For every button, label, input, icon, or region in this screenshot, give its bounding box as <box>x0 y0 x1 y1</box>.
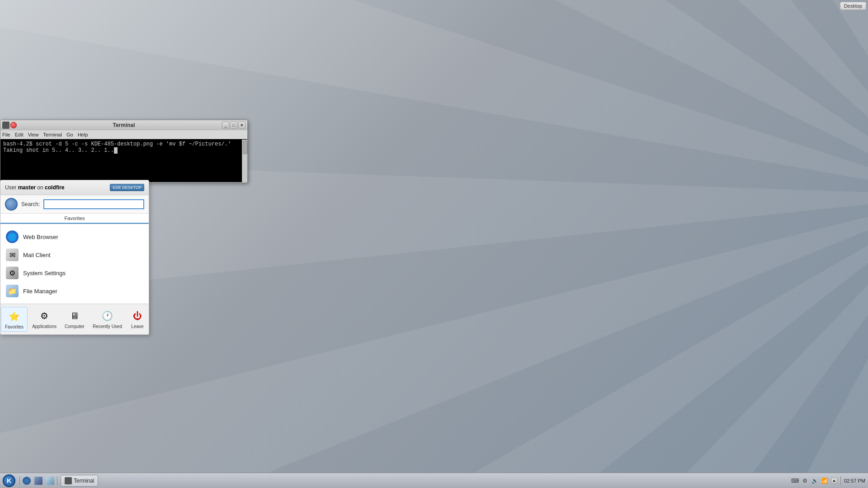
start-menu-search-row: Search: <box>0 195 149 214</box>
terminal-menu-view[interactable]: View <box>28 132 39 137</box>
start-menu-footer: ⭐ Favorites ⚙ Applications 🖥 Computer 🕐 … <box>0 304 149 334</box>
taskbar-windows: Terminal <box>59 475 788 487</box>
kde-logo-icon: K <box>3 474 15 487</box>
system-settings-label: System Settings <box>23 270 66 277</box>
terminal-menu-edit[interactable]: Edit <box>15 132 24 137</box>
recently-used-footer-label: Recently Used <box>93 324 122 329</box>
taskbar-start-button[interactable]: K <box>1 474 17 488</box>
menu-item-system-settings[interactable]: ⚙ System Settings <box>0 264 149 282</box>
search-label: Search: <box>21 201 40 207</box>
taskbar-divider-1 <box>19 476 20 485</box>
systray-settings-icon[interactable]: ⚙ <box>801 477 809 485</box>
menu-item-file-manager[interactable]: 📁 File Manager <box>0 282 149 300</box>
leave-footer-label: Leave <box>131 324 143 329</box>
computer-footer-icon: 🖥 <box>67 309 82 323</box>
web-browser-icon: 🌐 <box>6 230 19 243</box>
footer-btn-computer[interactable]: 🖥 Computer <box>61 307 88 332</box>
start-menu-user-info: User master on coldfire <box>5 184 64 191</box>
footer-btn-leave[interactable]: ⏻ Leave <box>127 307 148 332</box>
recently-used-footer-icon: 🕐 <box>100 309 114 323</box>
terminal-line-2: Taking shot in 5.. 4.. 3.. 2.. 1.. <box>3 147 245 154</box>
taskbar-quick-launch <box>21 475 56 486</box>
terminal-close-button[interactable] <box>10 122 17 128</box>
menu-item-mail-client[interactable]: ✉ Mail Client <box>0 246 149 264</box>
terminal-titlebar: Terminal _ □ ✕ <box>0 120 247 130</box>
footer-btn-favorites[interactable]: ⭐ Favorites <box>1 307 28 332</box>
terminal-menu-help[interactable]: Help <box>78 132 88 137</box>
systray-expand-button[interactable]: ▲ <box>831 478 837 484</box>
terminal-minimize-button[interactable]: _ <box>222 122 229 129</box>
quick-icon-2 <box>34 477 42 485</box>
quick-icon-1 <box>23 477 31 485</box>
start-menu-items: 🌐 Web Browser ✉ Mail Client ⚙ System Set… <box>0 224 149 304</box>
leave-footer-icon: ⏻ <box>130 309 145 323</box>
file-manager-label: File Manager <box>23 288 57 295</box>
terminal-body[interactable]: bash-4.2$ scrot -d 5 -c -s KDE-485-deskt… <box>0 139 247 182</box>
terminal-scrollbar[interactable] <box>242 140 247 183</box>
desktop-button[interactable]: Desktop <box>840 2 866 10</box>
task-terminal-icon <box>65 477 72 484</box>
user-prefix: User <box>5 184 18 191</box>
start-menu-header: User master on coldfire KDE DESKTOP <box>0 180 149 195</box>
tab-favorites[interactable]: Favorites <box>0 214 149 224</box>
taskbar-divider-2 <box>57 476 57 485</box>
file-manager-icon: 📁 <box>6 285 19 297</box>
user-mid: on <box>36 184 45 191</box>
system-settings-icon: ⚙ <box>6 267 19 279</box>
task-window-terminal[interactable]: Terminal <box>61 475 98 487</box>
hostname: coldfire <box>45 184 64 191</box>
terminal-close-wm-button[interactable]: ✕ <box>238 122 245 129</box>
start-menu: User master on coldfire KDE DESKTOP Sear… <box>0 180 149 335</box>
systray-clock: 02:57 PM <box>844 478 865 483</box>
start-menu-tabs: Favorites <box>0 214 149 224</box>
web-browser-label: Web Browser <box>23 234 58 240</box>
terminal-menu-file[interactable]: File <box>2 132 10 137</box>
username: master <box>18 184 36 191</box>
terminal-menubar: File Edit View Terminal Go Help <box>0 130 247 139</box>
search-input[interactable] <box>43 199 144 209</box>
quick-btn-1[interactable] <box>21 475 32 486</box>
taskbar: K Terminal ⌨ ⚙ 🔊 📶 ▲ 02:57 PM <box>0 473 868 488</box>
favorites-footer-label: Favorites <box>5 324 24 329</box>
systray-volume-icon[interactable]: 🔊 <box>811 477 819 485</box>
terminal-menu-terminal[interactable]: Terminal <box>43 132 62 137</box>
terminal-scrollbar-thumb[interactable] <box>243 141 247 154</box>
applications-footer-label: Applications <box>32 324 57 329</box>
footer-btn-applications[interactable]: ⚙ Applications <box>28 307 60 332</box>
terminal-line-1: bash-4.2$ scrot -d 5 -c -s KDE-485-deskt… <box>3 141 245 147</box>
systray-keyboard-icon[interactable]: ⌨ <box>791 477 799 485</box>
quick-icon-3 <box>46 477 54 485</box>
terminal-menu-go[interactable]: Go <box>66 132 73 137</box>
terminal-window: Terminal _ □ ✕ File Edit View Terminal G… <box>0 120 248 183</box>
applications-footer-icon: ⚙ <box>37 309 52 323</box>
task-terminal-label: Terminal <box>74 478 94 484</box>
terminal-title-label: Terminal <box>113 122 135 128</box>
terminal-maximize-button[interactable]: □ <box>230 122 237 129</box>
taskbar-divider-3 <box>840 476 841 485</box>
quick-btn-3[interactable] <box>45 475 56 486</box>
mail-client-icon: ✉ <box>6 249 19 261</box>
terminal-cursor <box>114 147 118 154</box>
terminal-app-icon <box>2 122 9 129</box>
computer-footer-label: Computer <box>65 324 85 329</box>
taskbar-systray: ⌨ ⚙ 🔊 📶 ▲ 02:57 PM <box>788 476 868 485</box>
menu-item-web-browser[interactable]: 🌐 Web Browser <box>0 228 149 246</box>
favorites-footer-icon: ⭐ <box>7 309 22 324</box>
kde-desktop-badge: KDE DESKTOP <box>110 184 144 191</box>
mail-client-label: Mail Client <box>23 252 51 258</box>
quick-btn-2[interactable] <box>33 475 44 486</box>
systray-network-icon[interactable]: 📶 <box>821 477 829 485</box>
footer-btn-recently-used[interactable]: 🕐 Recently Used <box>89 307 126 332</box>
search-icon <box>5 198 18 211</box>
